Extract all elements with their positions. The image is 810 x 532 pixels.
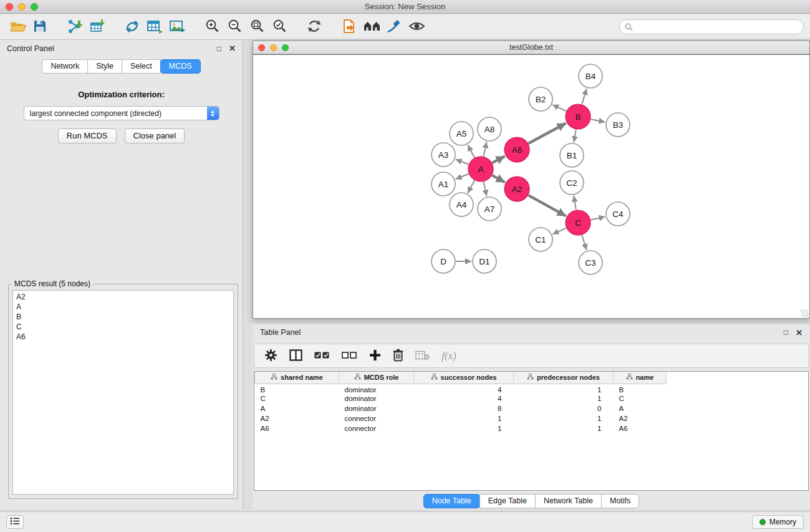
open-recent-button[interactable] bbox=[338, 16, 360, 37]
node-B4[interactable]: B4 bbox=[579, 64, 602, 88]
table-settings-button[interactable] bbox=[264, 349, 277, 364]
node-A[interactable]: A bbox=[468, 157, 493, 181]
close-network-window-button[interactable] bbox=[258, 44, 265, 51]
mcds-result-item[interactable]: C bbox=[13, 322, 233, 332]
node-B[interactable]: B bbox=[566, 104, 591, 129]
column-header-name[interactable]: name bbox=[614, 372, 667, 384]
home-button[interactable] bbox=[360, 16, 383, 37]
edge-A-A5[interactable] bbox=[468, 145, 475, 157]
column-header-MCDS-role[interactable]: MCDS role bbox=[339, 372, 414, 384]
tab-motifs[interactable]: Motifs bbox=[601, 494, 639, 508]
node-A7[interactable]: A7 bbox=[478, 197, 501, 221]
save-session-button[interactable] bbox=[29, 16, 51, 37]
edge-B-B2[interactable] bbox=[552, 105, 566, 111]
select-all-button[interactable] bbox=[314, 351, 330, 361]
edge-A-A4[interactable] bbox=[468, 180, 475, 193]
node-A4[interactable]: A4 bbox=[450, 193, 473, 216]
close-window-button[interactable] bbox=[6, 3, 13, 11]
new-table-button[interactable] bbox=[143, 16, 166, 37]
column-header-predecessor-nodes[interactable]: predecessor nodes bbox=[514, 372, 614, 384]
table-row[interactable]: Cdominator41C bbox=[255, 394, 667, 404]
edge-A-A2[interactable] bbox=[492, 175, 504, 182]
optimization-criterion-dropdown[interactable]: largest connected component (directed) bbox=[24, 106, 219, 120]
node-D[interactable]: D bbox=[432, 249, 455, 273]
minimize-network-window-button[interactable] bbox=[270, 44, 277, 51]
node-A3[interactable]: A3 bbox=[432, 143, 455, 167]
run-mcds-button[interactable]: Run MCDS bbox=[58, 128, 117, 143]
edge-A6-B[interactable] bbox=[529, 123, 566, 144]
edge-A-A6[interactable] bbox=[493, 156, 505, 163]
node-C2[interactable]: C2 bbox=[560, 171, 584, 195]
table-row[interactable]: Adominator80A bbox=[255, 404, 667, 414]
float-table-panel-icon[interactable]: □ bbox=[784, 329, 788, 336]
mcds-result-list[interactable]: A2ABCA6 bbox=[12, 290, 234, 495]
node-B1[interactable]: B1 bbox=[560, 143, 584, 167]
tab-edge-table[interactable]: Edge Table bbox=[480, 494, 536, 508]
edge-C-C1[interactable] bbox=[552, 228, 566, 235]
node-C1[interactable]: C1 bbox=[529, 228, 552, 251]
edge-A-A7[interactable] bbox=[484, 182, 487, 196]
node-A1[interactable]: A1 bbox=[432, 172, 455, 196]
node-C4[interactable]: C4 bbox=[606, 202, 630, 226]
mcds-result-item[interactable]: B bbox=[13, 312, 233, 322]
new-network-button[interactable] bbox=[121, 16, 143, 37]
tab-style[interactable]: Style bbox=[87, 59, 122, 74]
edge-B-B4[interactable] bbox=[582, 89, 587, 104]
window-resize-grip[interactable] bbox=[801, 309, 809, 317]
zoom-out-button[interactable] bbox=[223, 16, 246, 37]
node-C3[interactable]: C3 bbox=[579, 251, 602, 274]
table-row[interactable]: Bdominator41B bbox=[255, 384, 667, 394]
edge-C-C3[interactable] bbox=[582, 235, 586, 250]
edge-B-B1[interactable] bbox=[574, 130, 576, 143]
minimize-window-button[interactable] bbox=[18, 3, 26, 11]
close-panel-icon[interactable]: ✕ bbox=[229, 44, 236, 52]
show-hide-graphics-button[interactable] bbox=[405, 16, 428, 37]
apply-style-button[interactable] bbox=[383, 16, 405, 37]
node-table[interactable]: shared nameMCDS rolesuccessor nodesprede… bbox=[254, 371, 809, 491]
mcds-result-item[interactable]: A6 bbox=[13, 332, 233, 342]
mcds-result-item[interactable]: A bbox=[13, 302, 233, 312]
export-image-button[interactable] bbox=[166, 16, 188, 37]
zoom-fit-button[interactable] bbox=[246, 16, 268, 37]
float-panel-icon[interactable]: □ bbox=[217, 45, 221, 52]
close-table-panel-icon[interactable]: ✕ bbox=[796, 329, 803, 337]
edge-C-C2[interactable] bbox=[574, 196, 576, 210]
import-table-button[interactable] bbox=[86, 16, 108, 37]
node-A8[interactable]: A8 bbox=[478, 117, 501, 141]
node-B2[interactable]: B2 bbox=[529, 87, 552, 111]
edge-A-A8[interactable] bbox=[484, 142, 487, 157]
node-A6[interactable]: A6 bbox=[504, 137, 529, 162]
tab-network-table[interactable]: Network Table bbox=[535, 494, 602, 508]
zoom-network-window-button[interactable] bbox=[282, 44, 289, 51]
network-canvas[interactable]: B4B2BB3A5A8A6B1A3AC2A1A2A4A7C4CC1C3DD1 bbox=[253, 54, 809, 318]
edge-A2-C[interactable] bbox=[528, 195, 566, 216]
edge-A-A3[interactable] bbox=[456, 160, 469, 165]
node-D1[interactable]: D1 bbox=[473, 249, 496, 273]
delete-table-button[interactable] bbox=[415, 350, 430, 362]
split-columns-button[interactable] bbox=[289, 349, 302, 363]
tab-network[interactable]: Network bbox=[42, 59, 88, 74]
node-A5[interactable]: A5 bbox=[450, 122, 473, 145]
import-network-button[interactable] bbox=[64, 16, 86, 37]
network-window-titlebar[interactable]: testGlobe.txt bbox=[253, 41, 809, 54]
zoom-in-button[interactable] bbox=[201, 16, 223, 37]
zoom-selected-button[interactable] bbox=[268, 16, 291, 37]
open-session-button[interactable] bbox=[6, 16, 29, 37]
edge-C-C4[interactable] bbox=[591, 217, 605, 220]
task-history-button[interactable] bbox=[6, 515, 24, 529]
column-header-successor-nodes[interactable]: successor nodes bbox=[414, 372, 514, 384]
refresh-layout-button[interactable] bbox=[303, 16, 325, 37]
node-C[interactable]: C bbox=[566, 210, 591, 235]
add-column-button[interactable] bbox=[369, 349, 381, 363]
delete-column-button[interactable] bbox=[393, 349, 403, 364]
edge-A-A1[interactable] bbox=[456, 174, 469, 179]
zoom-window-button[interactable] bbox=[31, 3, 38, 11]
tab-node-table[interactable]: Node Table bbox=[423, 494, 480, 508]
mcds-result-item[interactable]: A2 bbox=[13, 292, 233, 302]
table-row[interactable]: A6connector11A6 bbox=[255, 423, 667, 433]
node-A2[interactable]: A2 bbox=[504, 177, 529, 201]
deselect-all-button[interactable] bbox=[342, 351, 357, 361]
table-row[interactable]: A2connector11A2 bbox=[255, 414, 667, 423]
close-panel-button[interactable]: Close panel bbox=[125, 128, 185, 143]
search-input[interactable] bbox=[619, 19, 804, 34]
